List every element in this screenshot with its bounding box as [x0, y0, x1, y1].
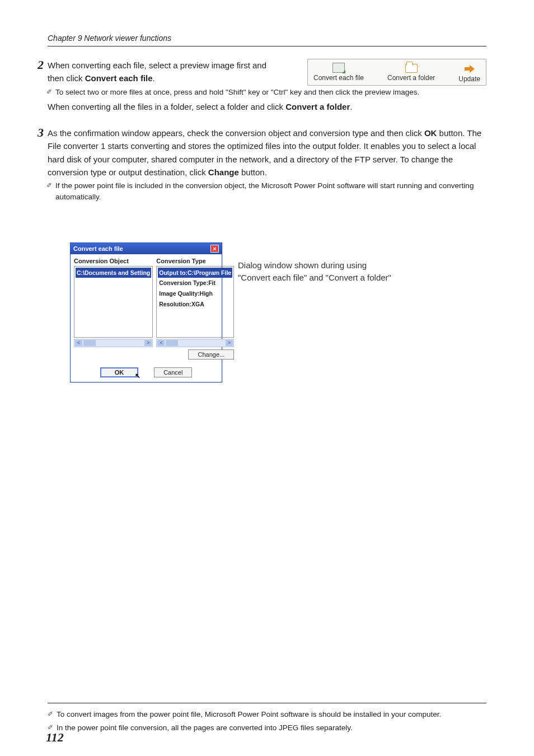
conversion-type-header: Conversion Type	[156, 258, 234, 264]
step-2-line1-post: .	[153, 73, 155, 83]
chapter-header: Chapter 9 Network viewer functions	[48, 34, 486, 46]
conversion-object-column: Conversion Object C:\Documents and Setti…	[74, 258, 153, 360]
toolbar-screenshot: Convert each file Convert a folder Updat…	[307, 59, 486, 86]
footer-area: To convert images from the power point f…	[48, 703, 486, 736]
scroll-right-icon[interactable]: >	[144, 340, 152, 346]
step-3-p-e: button.	[239, 167, 267, 177]
convert-each-file-dialog: Convert each file × Conversion Object C:…	[70, 242, 222, 382]
conversion-object-list[interactable]: C:\Documents and Setting	[74, 266, 153, 338]
conversion-type-list[interactable]: Output to:C:\Program File Conversion Typ…	[156, 266, 234, 338]
ok-bold: OK	[424, 128, 437, 138]
step-3-note: If the power point file is included in t…	[55, 180, 486, 203]
horizontal-scrollbar-2[interactable]: < >	[156, 339, 234, 347]
output-to-row[interactable]: Output to:C:\Program File	[158, 268, 232, 278]
step-2-block: 2 When converting each file, select a pr…	[48, 59, 486, 113]
cursor-icon: ↖	[135, 372, 140, 380]
cancel-button[interactable]: Cancel	[154, 367, 192, 377]
convert-each-file-button-label: Convert each file	[313, 74, 364, 82]
arrow-right-icon	[463, 64, 476, 74]
dialog-area: Convert each file × Conversion Object C:…	[70, 242, 486, 382]
dialog-caption-line2: "Convert each file" and "Convert a folde…	[238, 272, 391, 284]
horizontal-scrollbar[interactable]: < >	[74, 339, 153, 347]
folder-icon	[405, 64, 418, 73]
conversion-object-item[interactable]: C:\Documents and Setting	[76, 268, 151, 278]
update-button[interactable]: Update	[458, 63, 480, 83]
step-2-line2: When converting all the files in a folde…	[48, 100, 486, 113]
footnote-2: In the power point file conversion, all …	[48, 722, 486, 734]
conversion-type-row[interactable]: Conversion Type:Fit	[158, 278, 232, 288]
dialog-titlebar: Convert each file ×	[71, 243, 222, 254]
convert-each-file-button[interactable]: Convert each file	[313, 63, 364, 83]
dialog-caption-line1: Dialog window shown during using	[238, 259, 391, 272]
footnote-1: To convert images from the power point f…	[48, 709, 486, 720]
change-button[interactable]: Change...	[188, 349, 234, 360]
convert-a-folder-button-label: Convert a folder	[387, 74, 435, 82]
scroll-right-icon-2[interactable]: >	[226, 340, 233, 346]
convert-a-folder-button[interactable]: Convert a folder	[387, 63, 435, 83]
page-number: 112	[46, 730, 64, 745]
step-2-note: To select two or more files at once, pre…	[55, 87, 486, 98]
scroll-left-icon[interactable]: <	[75, 340, 82, 346]
step-2-line2-post: .	[350, 102, 352, 111]
step-2-line1: When converting each file, select a prev…	[48, 59, 283, 85]
update-button-label: Update	[458, 75, 480, 83]
dialog-title-text: Convert each file	[73, 245, 123, 252]
close-icon[interactable]: ×	[210, 245, 219, 253]
dialog-caption: Dialog window shown during using "Conver…	[238, 259, 391, 284]
convert-each-file-label: Convert each file	[85, 73, 153, 83]
resolution-row[interactable]: Resolution:XGA	[158, 299, 232, 310]
scroll-thumb[interactable]	[83, 340, 96, 346]
dialog-body: Conversion Object C:\Documents and Setti…	[71, 254, 222, 382]
conversion-object-header: Conversion Object	[74, 258, 153, 264]
step-3-block: 3 As the confirmation window appears, ch…	[48, 127, 486, 203]
conversion-type-column: Conversion Type Output to:C:\Program Fil…	[156, 258, 234, 360]
footer-rule	[48, 703, 486, 703]
step-2-line1-pre: When converting each file, select a prev…	[48, 60, 266, 83]
page: Chapter 9 Network viewer functions 2 Whe…	[0, 0, 534, 756]
change-bold: Change	[208, 167, 239, 177]
image-file-icon	[332, 63, 345, 73]
ok-button-label: OK	[115, 369, 124, 376]
step-3-p-a: As the confirmation window appears, chec…	[48, 128, 424, 138]
step-2-line2-pre: When converting all the files in a folde…	[48, 102, 285, 111]
convert-a-folder-label: Convert a folder	[285, 102, 350, 111]
step-3-paragraph: As the confirmation window appears, chec…	[48, 127, 486, 179]
ok-button[interactable]: OK ↖	[100, 367, 139, 377]
scroll-thumb-2[interactable]	[166, 340, 178, 346]
step-2-number: 2	[38, 58, 44, 72]
step-3-number: 3	[38, 125, 44, 140]
scroll-left-icon-2[interactable]: <	[157, 340, 165, 346]
image-quality-row[interactable]: Image Quality:High	[158, 288, 232, 299]
